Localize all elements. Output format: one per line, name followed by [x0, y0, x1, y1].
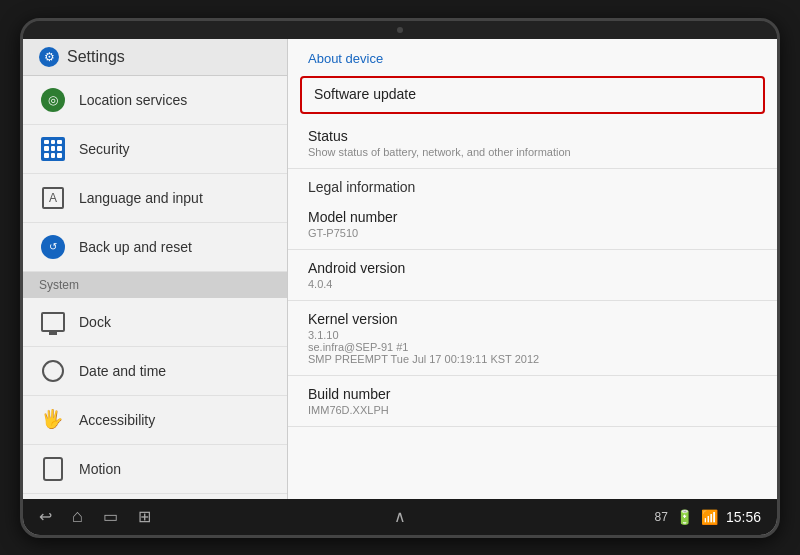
motion-label: Motion	[79, 461, 121, 477]
language-label: Language and input	[79, 190, 203, 206]
accessibility-label: Accessibility	[79, 412, 155, 428]
settings-header-icon: ⚙	[39, 47, 59, 67]
nav-recent-button[interactable]: ▭	[103, 507, 118, 526]
kernel-details: se.infra@SEP-91 #1 SMP PREEMPT Tue Jul 1…	[308, 341, 757, 365]
sidebar-item-location[interactable]: ◎ Location services	[23, 76, 287, 125]
dock-label: Dock	[79, 314, 111, 330]
sidebar-item-datetime[interactable]: Date and time	[23, 347, 287, 396]
tablet-frame: ⚙ Settings ◎ Location services	[20, 18, 780, 538]
sidebar-header: ⚙ Settings	[23, 39, 287, 76]
build-number-value: IMM76D.XXLPH	[308, 404, 757, 416]
location-icon: ◎	[39, 86, 67, 114]
nav-buttons: ↩ ⌂ ▭ ⊞	[39, 506, 151, 527]
backup-icon: ↺	[39, 233, 67, 261]
build-number-item: Build number IMM76D.XXLPH	[288, 376, 777, 427]
datetime-icon-shape	[42, 360, 64, 382]
motion-icon	[39, 455, 67, 483]
nav-back-button[interactable]: ↩	[39, 507, 52, 526]
tablet-screen: ⚙ Settings ◎ Location services	[23, 39, 777, 535]
sidebar-item-backup[interactable]: ↺ Back up and reset	[23, 223, 287, 272]
datetime-label: Date and time	[79, 363, 166, 379]
time-display: 15:56	[726, 509, 761, 525]
status-title: Status	[308, 128, 757, 144]
battery-icon: 🔋	[676, 509, 693, 525]
model-number-item: Model number GT-P7510	[288, 199, 777, 250]
legal-info-header: Legal information	[288, 169, 777, 199]
backup-label: Back up and reset	[79, 239, 192, 255]
language-icon-shape: A	[42, 187, 64, 209]
kernel-version-value: 3.1.10	[308, 329, 757, 341]
accessibility-icon: 🖐	[39, 406, 67, 434]
location-label: Location services	[79, 92, 187, 108]
android-version-item: Android version 4.0.4	[288, 250, 777, 301]
datetime-icon	[39, 357, 67, 385]
camera-dot	[397, 27, 403, 33]
kernel-version-label: Kernel version	[308, 311, 757, 327]
nav-home-button[interactable]: ⌂	[72, 506, 83, 527]
sidebar-item-motion[interactable]: Motion	[23, 445, 287, 494]
motion-icon-shape	[43, 457, 63, 481]
android-version-label: Android version	[308, 260, 757, 276]
build-number-label: Build number	[308, 386, 757, 402]
sidebar-item-language[interactable]: A Language and input	[23, 174, 287, 223]
kernel-version-item: Kernel version 3.1.10 se.infra@SEP-91 #1…	[288, 301, 777, 376]
nav-screenshot-button[interactable]: ⊞	[138, 507, 151, 526]
wifi-icon: 📶	[701, 509, 718, 525]
status-sub: Show status of battery, network, and oth…	[308, 146, 757, 158]
sidebar-title: Settings	[67, 48, 125, 66]
about-device-header: About device	[288, 39, 777, 72]
security-icon-shape	[41, 137, 65, 161]
dock-icon	[39, 308, 67, 336]
model-number-value: GT-P7510	[308, 227, 757, 239]
android-version-value: 4.0.4	[308, 278, 757, 290]
status-item[interactable]: Status Show status of battery, network, …	[288, 118, 777, 169]
nav-center-button[interactable]: ∧	[394, 507, 406, 526]
sidebar-item-accessibility[interactable]: 🖐 Accessibility	[23, 396, 287, 445]
tablet-top-bar	[23, 21, 777, 39]
screen-content: ⚙ Settings ◎ Location services	[23, 39, 777, 499]
main-content: About device Software update Status Show…	[288, 39, 777, 499]
backup-icon-shape: ↺	[41, 235, 65, 259]
security-icon	[39, 135, 67, 163]
system-section-divider: System	[23, 272, 287, 298]
sidebar-item-dock[interactable]: Dock	[23, 298, 287, 347]
security-label: Security	[79, 141, 130, 157]
battery-level: 87	[655, 510, 668, 524]
software-update-item[interactable]: Software update	[300, 76, 765, 114]
status-bar: ↩ ⌂ ▭ ⊞ ∧ 87 🔋 📶 15:56	[23, 499, 777, 535]
sidebar-item-security[interactable]: Security	[23, 125, 287, 174]
location-icon-shape: ◎	[41, 88, 65, 112]
accessibility-icon-shape: 🖐	[41, 408, 65, 432]
status-right: 87 🔋 📶 15:56	[655, 509, 761, 525]
model-number-label: Model number	[308, 209, 757, 225]
language-icon: A	[39, 184, 67, 212]
software-update-title: Software update	[314, 86, 751, 102]
dock-icon-shape	[41, 312, 65, 332]
sidebar: ⚙ Settings ◎ Location services	[23, 39, 288, 499]
